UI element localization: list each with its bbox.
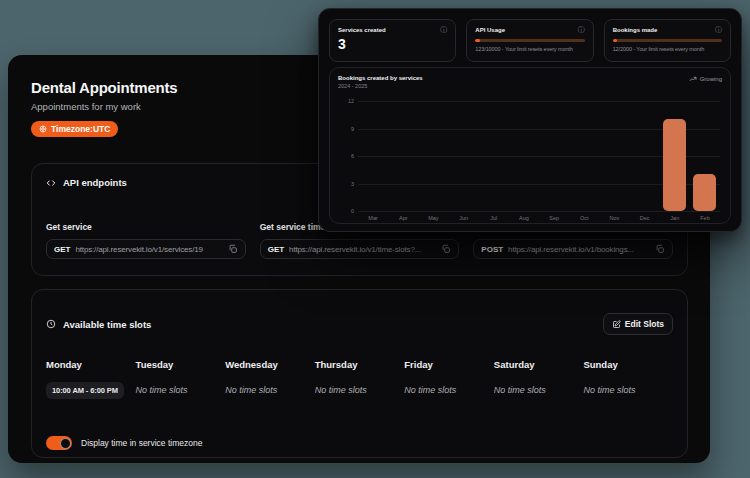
bar-jan[interactable] — [663, 119, 686, 211]
usage-overview-panel: Services createdⓘ3API Usageⓘ123/10000 - … — [318, 8, 742, 232]
y-axis-tick-label: 9 — [340, 126, 354, 132]
stat-label: Bookings made — [613, 27, 658, 33]
stat-label: API Usage — [475, 27, 505, 33]
globe-icon — [39, 125, 47, 133]
chart-column-apr — [388, 101, 418, 211]
stat-caption: 123/10000 - Your limit resets every mont… — [475, 46, 584, 52]
chart-column-aug — [509, 101, 539, 211]
endpoint-url: https://api.reservekit.io/v1/bookings... — [508, 245, 650, 254]
no-time-slots-label: No time slots — [225, 385, 315, 395]
day-column-saturday: SaturdayNo time slots — [494, 359, 584, 399]
edit-slots-button[interactable]: Edit Slots — [603, 313, 673, 335]
endpoint-url-field[interactable]: POSThttps://api.reservekit.io/v1/booking… — [473, 239, 673, 259]
page-header: Dental Appointments Appointments for my … — [31, 79, 177, 137]
time-slots-title: Available time slots — [46, 319, 151, 330]
code-icon — [46, 178, 56, 188]
info-icon[interactable]: ⓘ — [440, 27, 447, 33]
stat-card-api-usage: API Usageⓘ123/10000 - Your limit resets … — [466, 19, 593, 62]
x-axis-tick-label: Jan — [660, 215, 690, 221]
day-name-label: Friday — [404, 359, 494, 370]
no-time-slots-label: No time slots — [136, 385, 226, 395]
chart-title: Bookings created by services — [338, 75, 423, 81]
info-icon[interactable]: ⓘ — [715, 27, 722, 33]
timezone-toggle-label: Display time in service timezone — [81, 438, 202, 448]
y-axis-tick-label: 0 — [340, 208, 354, 214]
timezone-badge: Timezone:UTC — [31, 121, 118, 137]
x-axis-tick-label: Sep — [539, 215, 569, 221]
day-name-label: Thursday — [315, 359, 405, 370]
usage-progress-fill — [613, 39, 617, 42]
trend-indicator: Growing — [689, 75, 722, 83]
days-grid: Monday10:00 AM - 6:00 PMTuesdayNo time s… — [46, 359, 673, 399]
no-time-slots-label: No time slots — [404, 385, 494, 395]
chart-bars — [358, 101, 720, 211]
chart-column-jan — [660, 101, 690, 211]
copy-icon[interactable] — [228, 244, 238, 254]
usage-progress-fill — [475, 39, 479, 42]
timezone-toggle[interactable] — [46, 436, 72, 450]
chart-x-axis: MarAprMayJunJulAugSepOctNovDecJanFeb — [358, 215, 720, 221]
day-name-label: Sunday — [583, 359, 673, 370]
bar-chart: 036912 MarAprMayJunJulAugSepOctNovDecJan… — [338, 101, 722, 225]
chart-column-mar — [358, 101, 388, 211]
y-axis-tick-label: 3 — [340, 181, 354, 187]
toggle-knob — [60, 438, 71, 449]
clock-icon — [46, 319, 56, 329]
time-slots-card: Available time slots Edit Slots Monday10… — [31, 289, 688, 458]
usage-progress-bar — [613, 39, 722, 42]
x-axis-tick-label: Nov — [599, 215, 629, 221]
timezone-toggle-row: Display time in service timezone — [46, 436, 202, 450]
copy-icon[interactable] — [655, 244, 665, 254]
copy-icon[interactable] — [441, 244, 451, 254]
endpoint-url-field[interactable]: GEThttps://api.reservekit.io/v1/time-slo… — [260, 239, 460, 259]
stat-caption: 12/2000 - Your limit resets every month — [613, 46, 722, 52]
edit-icon — [612, 320, 621, 329]
x-axis-tick-label: May — [418, 215, 448, 221]
trending-up-icon — [689, 75, 697, 83]
day-column-monday: Monday10:00 AM - 6:00 PM — [46, 359, 136, 399]
stat-card-bookings-made: Bookings madeⓘ12/2000 - Your limit reset… — [604, 19, 731, 62]
chart-subtitle: 2024 - 2025 — [338, 83, 423, 89]
chart-column-dec — [630, 101, 660, 211]
page-subtitle: Appointments for my work — [31, 101, 177, 112]
usage-progress-bar — [475, 39, 584, 42]
time-slot-badge[interactable]: 10:00 AM - 6:00 PM — [46, 382, 124, 399]
no-time-slots-label: No time slots — [315, 385, 405, 395]
stat-card-services-created: Services createdⓘ3 — [329, 19, 456, 62]
day-name-label: Saturday — [494, 359, 584, 370]
x-axis-tick-label: Mar — [358, 215, 388, 221]
day-column-tuesday: TuesdayNo time slots — [136, 359, 226, 399]
day-name-label: Tuesday — [136, 359, 226, 370]
edit-slots-label: Edit Slots — [625, 319, 664, 329]
chart-column-jun — [449, 101, 479, 211]
day-column-sunday: SundayNo time slots — [583, 359, 673, 399]
day-name-label: Monday — [46, 359, 136, 370]
x-axis-tick-label: Feb — [690, 215, 720, 221]
chart-column-nov — [599, 101, 629, 211]
stats-row: Services createdⓘ3API Usageⓘ123/10000 - … — [329, 19, 731, 62]
endpoint-url: https://api.reservekit.io/v1/time-slots?… — [289, 245, 436, 254]
chart-column-oct — [569, 101, 599, 211]
http-method-label: GET — [268, 245, 284, 254]
bookings-chart-card: Bookings created by services 2024 - 2025… — [329, 67, 731, 224]
time-slots-header: Available time slots Edit Slots — [46, 313, 673, 335]
endpoint-url: https://api.reservekit.io/v1/services/19 — [75, 245, 222, 254]
day-name-label: Wednesday — [225, 359, 315, 370]
no-time-slots-label: No time slots — [583, 385, 673, 395]
timezone-badge-label: Timezone:UTC — [51, 124, 110, 134]
stat-label: Services created — [338, 27, 386, 33]
endpoint-label: Get service — [46, 222, 246, 232]
x-axis-tick-label: Dec — [630, 215, 660, 221]
api-endpoint: Get serviceGEThttps://api.reservekit.io/… — [46, 222, 246, 259]
endpoint-url-field[interactable]: GEThttps://api.reservekit.io/v1/services… — [46, 239, 246, 259]
x-axis-tick-label: Oct — [569, 215, 599, 221]
info-icon[interactable]: ⓘ — [578, 27, 585, 33]
chart-column-sep — [539, 101, 569, 211]
http-method-label: POST — [481, 245, 503, 254]
chart-header: Bookings created by services 2024 - 2025… — [338, 75, 722, 89]
page-title: Dental Appointments — [31, 79, 177, 96]
chart-gridline: 0 — [358, 211, 720, 212]
x-axis-tick-label: Apr — [388, 215, 418, 221]
bar-feb[interactable] — [693, 174, 716, 211]
no-time-slots-label: No time slots — [494, 385, 584, 395]
